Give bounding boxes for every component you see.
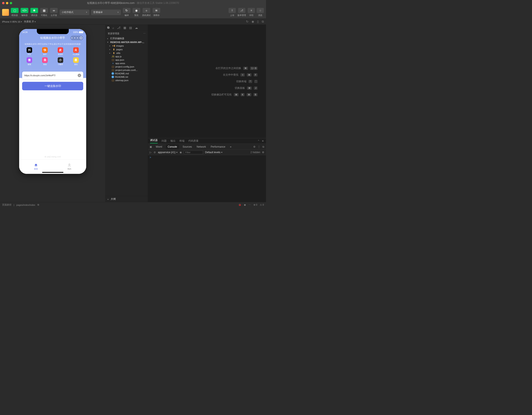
folder-pages[interactable]: ▸▮pages [105, 48, 148, 51]
status-error-icon[interactable]: ⊗ 0 [253, 203, 257, 206]
upload-button[interactable]: ⇧上传 [228, 8, 236, 17]
popup-icon[interactable]: ⧉ [262, 20, 264, 23]
home-indicator [42, 172, 63, 173]
explorer-files-icon[interactable]: ⧉ [107, 26, 109, 30]
devtools-tab-problems[interactable]: 问题 [162, 139, 167, 143]
clear-input-button[interactable]: ✕ [78, 74, 81, 77]
details-button[interactable]: ≡详情 [248, 8, 255, 17]
copy-path-icon[interactable]: ⧉ [38, 203, 39, 206]
version-button[interactable]: ⎇版本管理 [238, 8, 246, 17]
console-hidden-count[interactable]: 2 hidden [250, 151, 260, 154]
status-bug-icon[interactable]: 🐞 [238, 203, 241, 206]
debugger-button[interactable]: ✱调试器 [30, 8, 38, 17]
page-path-label[interactable]: 页面路径 [2, 203, 11, 207]
visual-button[interactable]: ▦可视化 [40, 8, 48, 17]
compile-button[interactable]: ↻编译 [123, 8, 131, 17]
file-project-config[interactable]: { }project.config.json [105, 65, 148, 68]
devtools-tab-terminal[interactable]: 终端 [179, 139, 184, 143]
platform-item-3[interactable]: 火火山视频 [68, 47, 83, 56]
code-icon: </> [21, 8, 28, 13]
device-select[interactable]: iPhone X 85% 16 [2, 20, 22, 23]
file-readme-md[interactable]: iREADME.md [105, 72, 148, 75]
tab-mine[interactable]: 我的 [53, 159, 86, 174]
file-project-private[interactable]: { }project.private.confi... [105, 68, 148, 72]
editor-button[interactable]: </>编辑器 [20, 8, 28, 17]
explorer-cloud-icon[interactable]: ☁ [135, 26, 138, 30]
url-input[interactable] [24, 74, 78, 77]
platform-item-6[interactable]: 小小咖秀 [53, 57, 68, 66]
platform-item-7[interactable]: 最最右 [68, 57, 83, 66]
console-clear-icon[interactable]: ⊘ [154, 151, 156, 154]
record-icon[interactable]: ◉ [252, 20, 254, 23]
explorer-search-icon[interactable]: ⌕ [112, 26, 114, 30]
console-body[interactable]: > [148, 155, 266, 202]
file-sitemap[interactable]: { }sitemap.json [105, 79, 148, 82]
platform-item-1[interactable]: 快快手 [38, 47, 52, 56]
explorer-more-icon[interactable]: ⋯ [143, 32, 146, 35]
devtools-tab-performance[interactable]: Performance [210, 145, 226, 148]
console-filter-input[interactable] [184, 150, 203, 154]
platform-item-5[interactable]: 美美拍 [38, 57, 52, 66]
close-window-button[interactable] [2, 2, 4, 4]
file-app-json[interactable]: { }app.json [105, 58, 148, 62]
capsule-menu[interactable] [70, 36, 83, 40]
platform-item-4[interactable]: 微微视 [22, 57, 37, 66]
user-avatar[interactable] [2, 9, 9, 16]
devtools-tab-output[interactable]: 输出 [171, 139, 176, 143]
phone-notch [37, 29, 69, 34]
real-debug-button[interactable]: ⟐真机调试 [142, 8, 151, 17]
folder-images[interactable]: ▸▸▮images [105, 44, 148, 48]
cloud-button[interactable]: ∞云开发 [50, 8, 58, 17]
user-icon [67, 163, 72, 167]
remove-watermark-button[interactable]: 一键去除水印 [22, 82, 83, 90]
devtools-tab-sources[interactable]: Sources [182, 145, 193, 148]
outline-header[interactable]: ▸大纲 [105, 196, 148, 202]
devtools-tab-wxml[interactable]: Wxml [155, 145, 163, 148]
gear-icon[interactable]: ⚙ [253, 145, 256, 148]
dock-icon[interactable]: ⧉ [262, 145, 264, 148]
open-editors-header[interactable]: ▸打开的编辑器 [105, 36, 148, 40]
console-context-select[interactable]: appservice (#1) ▾ [158, 151, 178, 154]
folder-utils[interactable]: ▸▮utils [105, 51, 148, 55]
clear-cache-button[interactable]: ≋清缓存 [152, 8, 161, 17]
devtools-tab-network[interactable]: Network [196, 145, 207, 148]
devtools-tab-code-quality[interactable]: 代码质量 [188, 139, 199, 143]
tab-home[interactable]: 首页 [19, 159, 53, 174]
page-path-value[interactable]: pages/index/index [16, 204, 35, 206]
project-root[interactable]: ▾REMOVE-WATER-MARK-MP-... [105, 40, 148, 44]
file-app-wxss[interactable]: ≡app.wxss [105, 62, 148, 65]
devtools-tab-console[interactable]: Console [166, 144, 179, 149]
platform-item-0[interactable]: 抖抖音 [22, 47, 37, 56]
file-readme-txt[interactable]: iREADME.txt [105, 75, 148, 79]
status-warning-icon[interactable]: ⚠ 0 [260, 203, 264, 206]
compile-select[interactable]: 普通编译 [91, 10, 121, 15]
simulator-button[interactable]: ▢模拟器 [11, 8, 19, 17]
devtools-inspect-icon[interactable]: ▣ [150, 145, 152, 148]
status-more-icon[interactable]: ⋯ [248, 203, 251, 206]
console-gear-icon[interactable]: ⚙ [262, 151, 264, 154]
devtools-tab-more[interactable]: » [229, 145, 232, 148]
explorer-ext-icon[interactable]: ▦ [124, 26, 126, 30]
messages-button[interactable]: ♤消息 [257, 8, 264, 17]
file-app-js[interactable]: JSapp.js [105, 55, 148, 58]
kebab-icon[interactable]: ⋮ [258, 145, 260, 148]
maximize-window-button[interactable] [10, 2, 12, 4]
console-play-icon[interactable]: ▷ [150, 151, 152, 154]
explorer-git-icon[interactable]: ⎇ [117, 26, 120, 30]
platform-item-2[interactable]: 皮皮皮虾 [53, 47, 68, 56]
sync-icon[interactable]: ↻ [246, 20, 248, 23]
device-icon[interactable]: ▯ [257, 20, 259, 23]
console-eye-icon[interactable]: ◉ [180, 151, 182, 154]
hot-reload-select[interactable]: 热重载 开 [24, 20, 36, 23]
devtools-tab-debugger[interactable]: 调试器 [150, 138, 158, 143]
minimize-window-button[interactable] [6, 2, 8, 4]
window-title: 短视频去水印小帮手-锦鲤源码koicms.com [87, 1, 134, 4]
status-eye-icon[interactable]: ◉ [244, 203, 246, 206]
devtools-collapse-icon[interactable]: ⌃ [257, 139, 260, 143]
explorer-db-icon[interactable]: ▤ [129, 26, 132, 30]
preview-button[interactable]: ◉预览 [132, 8, 141, 17]
mode-select[interactable]: 小程序模式 [60, 10, 89, 15]
console-levels-select[interactable]: Default levels ▾ [205, 151, 222, 154]
welcome-panel-label: 切换面板 [235, 86, 245, 90]
devtools-close-icon[interactable]: ✕ [262, 139, 264, 143]
